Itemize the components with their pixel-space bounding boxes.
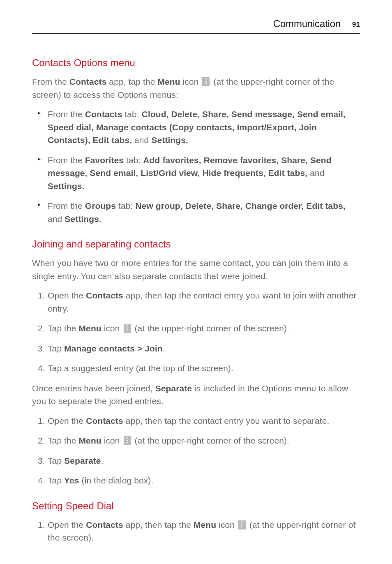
step-number: 2.: [38, 434, 45, 447]
list-item: From the Groups tab: New group, Delete, …: [38, 199, 360, 225]
text-bold: Settings.: [151, 135, 188, 145]
step-number: 2.: [38, 322, 45, 335]
text: icon: [101, 324, 122, 333]
page-header: Communication 91: [32, 16, 360, 34]
step-number: 3.: [38, 342, 45, 355]
numbered-list: 1.Open the Contacts app, then tap the Me…: [32, 518, 360, 544]
text-bold: Separate: [155, 384, 192, 393]
list-item: 3.Tap Manage contacts > Join.: [38, 342, 360, 355]
section-heading: Contacts Options menu: [32, 55, 360, 70]
text: Open the: [48, 520, 86, 529]
overflow-menu-icon: [124, 324, 131, 333]
text-bold: New group, Delete, Share, Change order, …: [135, 201, 345, 210]
list-item: 4.Tap a suggested entry (at the top of t…: [38, 362, 360, 375]
text: tab:: [116, 201, 135, 210]
step-number: 4.: [38, 362, 45, 375]
text-bold: Settings.: [65, 214, 101, 224]
mid-paragraph: Once entries have been joined, Separate …: [32, 382, 360, 408]
intro-paragraph: From the Contacts app, tap the Menu icon…: [32, 75, 360, 101]
text-bold: Separate: [64, 456, 101, 465]
text: and: [132, 135, 151, 145]
text: (at the upper-right corner of the screen…: [132, 324, 289, 333]
text-bold: Manage contacts > Join: [64, 344, 163, 353]
step-number: 1.: [38, 289, 45, 302]
text: and: [48, 214, 65, 224]
text-bold: Settings.: [48, 181, 85, 191]
text-bold: Contacts: [69, 77, 107, 86]
step-number: 4.: [38, 474, 45, 487]
text: .: [101, 456, 104, 465]
section-heading: Setting Speed Dial: [32, 499, 360, 513]
numbered-list: 1.Open the Contacts app, then tap the co…: [32, 414, 360, 487]
section-speed-dial: Setting Speed Dial 1.Open the Contacts a…: [32, 499, 360, 544]
text: Once entries have been joined,: [32, 384, 155, 393]
text: Tap the: [48, 324, 79, 333]
intro-paragraph: When you have two or more entries for th…: [32, 257, 360, 282]
text: Tap: [48, 344, 64, 353]
page-number: 91: [352, 19, 360, 30]
text: (in the dialog box).: [79, 476, 154, 485]
list-item: From the Contacts tab: Cloud, Delete, Sh…: [38, 108, 360, 147]
text: Tap a suggested entry (at the top of the…: [48, 363, 233, 373]
step-number: 3.: [38, 454, 45, 467]
text: Open the: [48, 416, 86, 425]
numbered-list: 1.Open the Contacts app, then tap the co…: [32, 289, 360, 375]
text: app, then tap the: [123, 520, 194, 529]
text: Open the: [48, 291, 86, 300]
list-item: 2.Tap the Menu icon (at the upper-right …: [38, 322, 360, 335]
text: app, tap the: [106, 77, 157, 86]
overflow-menu-icon: [202, 77, 210, 86]
overflow-menu-icon: [238, 520, 246, 529]
section-heading: Joining and separating contacts: [32, 237, 360, 252]
text-bold: Contacts: [86, 416, 123, 425]
overflow-menu-icon: [124, 436, 131, 445]
text: (at the upper-right corner of the screen…: [132, 436, 289, 445]
text: Tap: [48, 476, 64, 485]
text-bold: Menu: [194, 520, 216, 529]
list-item: 1.Open the Contacts app, then tap the co…: [38, 414, 360, 428]
list-item: 1.Open the Contacts app, then tap the co…: [38, 289, 360, 315]
text-bold: Menu: [79, 436, 101, 445]
bullet-list: From the Contacts tab: Cloud, Delete, Sh…: [32, 108, 360, 225]
list-item: 4.Tap Yes (in the dialog box).: [38, 474, 360, 487]
text: tab:: [122, 109, 141, 119]
text: icon: [216, 520, 237, 529]
text: From the: [48, 109, 85, 119]
list-item: 3.Tap Separate.: [38, 454, 360, 467]
text: tab:: [124, 155, 143, 165]
text-bold: Yes: [64, 476, 79, 485]
text: app, then tap the contact entry you want…: [123, 416, 330, 425]
text-bold: Contacts: [86, 291, 123, 300]
step-number: 1.: [38, 414, 45, 428]
list-item: 1.Open the Contacts app, then tap the Me…: [38, 518, 360, 544]
text-bold: Groups: [85, 201, 116, 210]
text: Tap the: [48, 436, 79, 445]
page: Communication 91 Contacts Options menu F…: [0, 0, 392, 564]
step-number: 1.: [38, 518, 45, 532]
list-item: From the Favorites tab: Add favorites, R…: [38, 154, 360, 193]
text-bold: Menu: [79, 324, 101, 333]
text: and: [307, 168, 324, 178]
text: From the: [48, 201, 85, 210]
text-bold: Contacts: [86, 520, 123, 529]
header-title: Communication: [273, 16, 341, 31]
text: icon: [101, 436, 122, 445]
text: Tap: [48, 456, 64, 465]
text-bold: Menu: [157, 77, 180, 86]
text-bold: Favorites: [85, 155, 124, 165]
section-contacts-options: Contacts Options menu From the Contacts …: [32, 55, 360, 225]
text-bold: Contacts: [85, 109, 122, 119]
text: icon: [180, 77, 201, 86]
text: .: [163, 344, 165, 353]
list-item: 2.Tap the Menu icon (at the upper-right …: [38, 434, 360, 447]
text: From the: [48, 155, 85, 165]
section-joining-separating: Joining and separating contacts When you…: [32, 237, 360, 487]
text: From the: [32, 77, 69, 86]
